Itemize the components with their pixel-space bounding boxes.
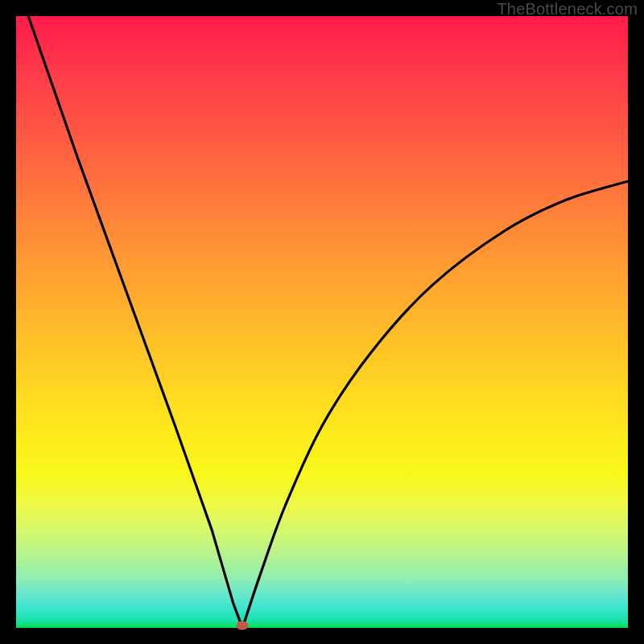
minimum-marker [237,621,249,630]
chart-frame [16,16,628,628]
bottleneck-curve [16,16,628,628]
